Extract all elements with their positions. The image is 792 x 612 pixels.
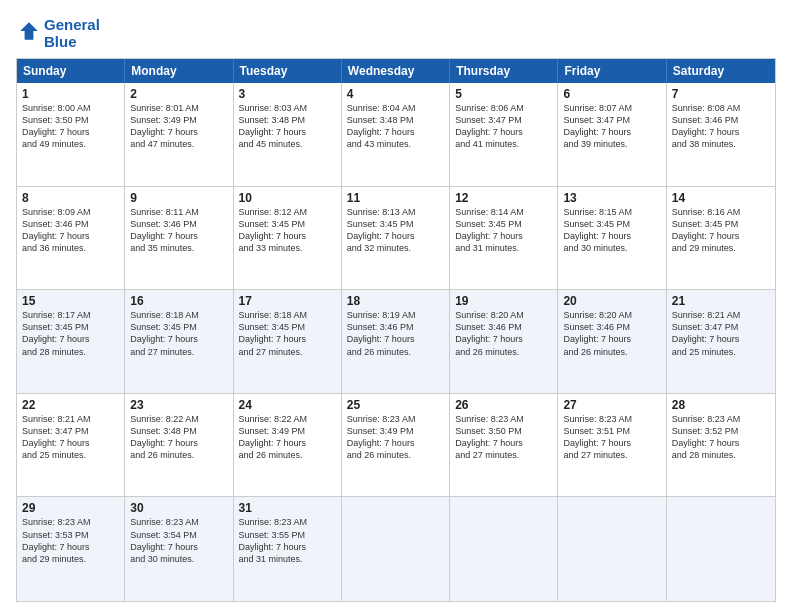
logo: General Blue: [16, 16, 100, 50]
table-row: [342, 497, 450, 601]
header-monday: Monday: [125, 59, 233, 83]
table-row: 23Sunrise: 8:22 AM Sunset: 3:48 PM Dayli…: [125, 394, 233, 497]
table-row: [558, 497, 666, 601]
svg-marker-0: [20, 22, 38, 40]
table-row: 4Sunrise: 8:04 AM Sunset: 3:48 PM Daylig…: [342, 83, 450, 186]
logo-icon: [18, 20, 40, 42]
page: General Blue Sunday Monday Tuesday Wedne…: [0, 0, 792, 612]
calendar-row-1: 1Sunrise: 8:00 AM Sunset: 3:50 PM Daylig…: [17, 83, 775, 187]
table-row: 8Sunrise: 8:09 AM Sunset: 3:46 PM Daylig…: [17, 187, 125, 290]
table-row: 7Sunrise: 8:08 AM Sunset: 3:46 PM Daylig…: [667, 83, 775, 186]
table-row: 20Sunrise: 8:20 AM Sunset: 3:46 PM Dayli…: [558, 290, 666, 393]
header-wednesday: Wednesday: [342, 59, 450, 83]
header-sunday: Sunday: [17, 59, 125, 83]
header-tuesday: Tuesday: [234, 59, 342, 83]
table-row: 3Sunrise: 8:03 AM Sunset: 3:48 PM Daylig…: [234, 83, 342, 186]
calendar-row-3: 15Sunrise: 8:17 AM Sunset: 3:45 PM Dayli…: [17, 290, 775, 394]
logo-line1: General: [44, 16, 100, 33]
table-row: 13Sunrise: 8:15 AM Sunset: 3:45 PM Dayli…: [558, 187, 666, 290]
table-row: 5Sunrise: 8:06 AM Sunset: 3:47 PM Daylig…: [450, 83, 558, 186]
table-row: [450, 497, 558, 601]
table-row: 9Sunrise: 8:11 AM Sunset: 3:46 PM Daylig…: [125, 187, 233, 290]
calendar-row-5: 29Sunrise: 8:23 AM Sunset: 3:53 PM Dayli…: [17, 497, 775, 601]
table-row: 21Sunrise: 8:21 AM Sunset: 3:47 PM Dayli…: [667, 290, 775, 393]
table-row: 2Sunrise: 8:01 AM Sunset: 3:49 PM Daylig…: [125, 83, 233, 186]
table-row: 24Sunrise: 8:22 AM Sunset: 3:49 PM Dayli…: [234, 394, 342, 497]
header-thursday: Thursday: [450, 59, 558, 83]
table-row: 31Sunrise: 8:23 AM Sunset: 3:55 PM Dayli…: [234, 497, 342, 601]
calendar-body: 1Sunrise: 8:00 AM Sunset: 3:50 PM Daylig…: [17, 83, 775, 601]
table-row: 14Sunrise: 8:16 AM Sunset: 3:45 PM Dayli…: [667, 187, 775, 290]
calendar-header: Sunday Monday Tuesday Wednesday Thursday…: [17, 59, 775, 83]
table-row: 6Sunrise: 8:07 AM Sunset: 3:47 PM Daylig…: [558, 83, 666, 186]
table-row: 1Sunrise: 8:00 AM Sunset: 3:50 PM Daylig…: [17, 83, 125, 186]
table-row: 30Sunrise: 8:23 AM Sunset: 3:54 PM Dayli…: [125, 497, 233, 601]
table-row: 22Sunrise: 8:21 AM Sunset: 3:47 PM Dayli…: [17, 394, 125, 497]
table-row: 19Sunrise: 8:20 AM Sunset: 3:46 PM Dayli…: [450, 290, 558, 393]
table-row: [667, 497, 775, 601]
table-row: 27Sunrise: 8:23 AM Sunset: 3:51 PM Dayli…: [558, 394, 666, 497]
table-row: 29Sunrise: 8:23 AM Sunset: 3:53 PM Dayli…: [17, 497, 125, 601]
table-row: 15Sunrise: 8:17 AM Sunset: 3:45 PM Dayli…: [17, 290, 125, 393]
calendar-row-2: 8Sunrise: 8:09 AM Sunset: 3:46 PM Daylig…: [17, 187, 775, 291]
table-row: 25Sunrise: 8:23 AM Sunset: 3:49 PM Dayli…: [342, 394, 450, 497]
table-row: 10Sunrise: 8:12 AM Sunset: 3:45 PM Dayli…: [234, 187, 342, 290]
table-row: 26Sunrise: 8:23 AM Sunset: 3:50 PM Dayli…: [450, 394, 558, 497]
logo-line2: Blue: [44, 33, 100, 50]
calendar-row-4: 22Sunrise: 8:21 AM Sunset: 3:47 PM Dayli…: [17, 394, 775, 498]
table-row: 16Sunrise: 8:18 AM Sunset: 3:45 PM Dayli…: [125, 290, 233, 393]
table-row: 28Sunrise: 8:23 AM Sunset: 3:52 PM Dayli…: [667, 394, 775, 497]
header-friday: Friday: [558, 59, 666, 83]
table-row: 18Sunrise: 8:19 AM Sunset: 3:46 PM Dayli…: [342, 290, 450, 393]
header-saturday: Saturday: [667, 59, 775, 83]
table-row: 17Sunrise: 8:18 AM Sunset: 3:45 PM Dayli…: [234, 290, 342, 393]
table-row: 11Sunrise: 8:13 AM Sunset: 3:45 PM Dayli…: [342, 187, 450, 290]
header: General Blue: [16, 16, 776, 50]
table-row: 12Sunrise: 8:14 AM Sunset: 3:45 PM Dayli…: [450, 187, 558, 290]
calendar: Sunday Monday Tuesday Wednesday Thursday…: [16, 58, 776, 602]
